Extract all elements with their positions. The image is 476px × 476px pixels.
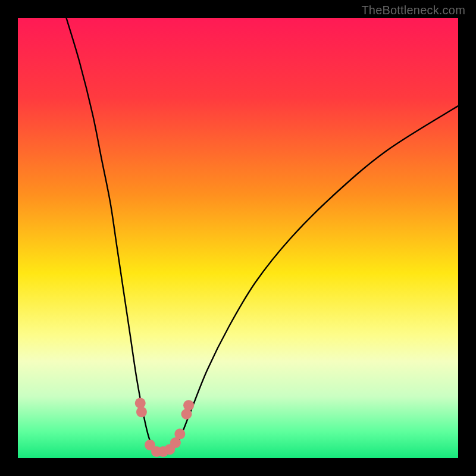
watermark-text: TheBottleneck.com <box>361 4 465 17</box>
chart-svg <box>18 18 458 458</box>
bottleneck-curve <box>66 18 458 455</box>
data-marker <box>183 400 194 411</box>
data-marker <box>136 406 147 417</box>
curve-markers <box>135 398 194 457</box>
data-marker <box>174 428 185 439</box>
chart-plot-area <box>18 18 458 458</box>
